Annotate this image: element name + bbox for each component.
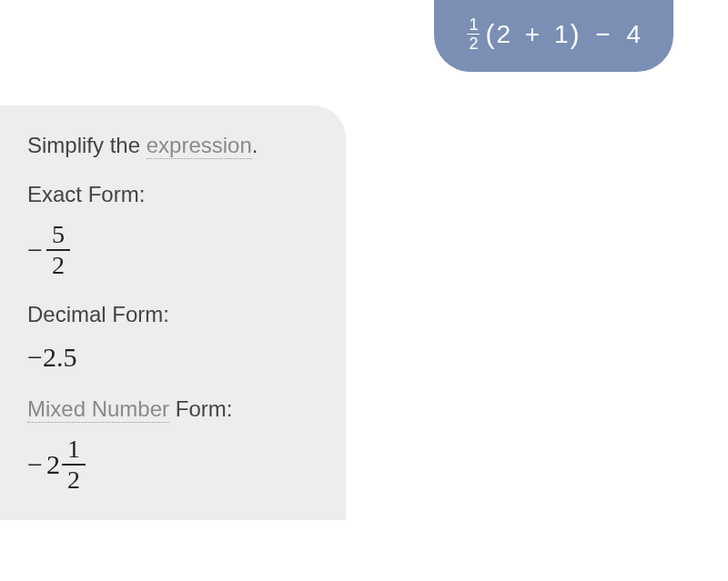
- mixed-number-form-value: − 2 1 2: [27, 436, 320, 493]
- query-fraction-denominator: 2: [469, 35, 478, 52]
- term-expression[interactable]: expression: [147, 133, 252, 159]
- query-tail: 4: [626, 20, 641, 49]
- intro-line: Simplify the expression.: [27, 133, 320, 158]
- query-fraction-numerator: 1: [467, 16, 480, 35]
- user-message-bubble: 1 2 ( 2 + 1 ) − 4: [434, 0, 673, 72]
- mixed-minus: −: [27, 449, 43, 480]
- decimal-form-label: Decimal Form:: [27, 302, 320, 327]
- exact-fraction-denominator: 2: [46, 251, 70, 278]
- exact-form-value: − 5 2: [27, 222, 320, 278]
- mixed-whole: 2: [46, 449, 60, 480]
- mixed-fraction-denominator: 2: [62, 466, 86, 493]
- mixed-number-form-label: Mixed Number Form:: [27, 396, 320, 422]
- decimal-form-value: −2.5: [27, 342, 320, 373]
- query-paren-close: ): [571, 19, 580, 50]
- exact-form-label: Exact Form:: [27, 182, 320, 207]
- query-paren-open: (: [485, 19, 494, 50]
- mixed-fraction-numerator: 1: [62, 436, 86, 466]
- mixed-label-suffix: Form:: [169, 396, 232, 421]
- query-minus: −: [589, 20, 618, 49]
- query-term-a: 2: [496, 20, 511, 49]
- answer-bubble: Simplify the expression. Exact Form: − 5…: [0, 105, 346, 520]
- term-mixed-number[interactable]: Mixed Number: [27, 396, 169, 423]
- query-plus: +: [518, 20, 547, 49]
- query-term-b: 1: [554, 20, 569, 49]
- intro-suffix: .: [252, 133, 258, 157]
- query-fraction: 1 2: [467, 16, 480, 52]
- exact-fraction: 5 2: [46, 222, 70, 278]
- intro-prefix: Simplify the: [27, 133, 147, 157]
- mixed-fraction: 1 2: [62, 436, 86, 493]
- exact-minus: −: [27, 235, 43, 265]
- exact-fraction-numerator: 5: [46, 222, 70, 251]
